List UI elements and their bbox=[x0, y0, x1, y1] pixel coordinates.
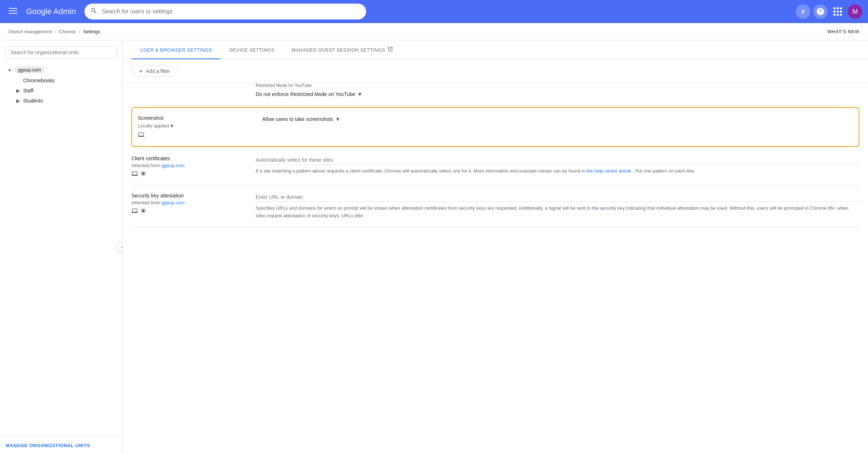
sidebar: ▾ ggsup.com Chromebooks ▶ Staff ▶ Studen… bbox=[0, 40, 123, 454]
laptop-icon bbox=[131, 170, 138, 178]
setting-restricted-right: Restricted Mode for YouTube Do not enfor… bbox=[256, 83, 859, 98]
screenshot-value-dropdown[interactable]: Allow users to take screenshots ▾ bbox=[262, 115, 853, 123]
setting-client-cert-left: Client certificates Inherited from ggsup… bbox=[131, 156, 247, 178]
sidebar-item-chromebooks[interactable]: Chromebooks bbox=[0, 75, 122, 86]
help-center-link[interactable]: the help center article bbox=[586, 168, 631, 174]
setting-row-client-certificates: Client certificates Inherited from ggsup… bbox=[131, 148, 859, 185]
client-cert-name: Client certificates bbox=[131, 156, 247, 161]
client-cert-description: If a site matching a pattern above reque… bbox=[256, 167, 859, 175]
security-key-domain-link[interactable]: ggsup.com bbox=[162, 200, 185, 205]
svg-rect-2 bbox=[9, 13, 17, 14]
security-key-name: Security key attestation bbox=[131, 193, 247, 198]
chevron-right-icon-students: ▶ bbox=[14, 98, 22, 104]
breadcrumb-sep-2: › bbox=[79, 29, 80, 34]
restricted-mode-dropdown[interactable]: Do not enforce Restricted Mode on YouTub… bbox=[256, 90, 859, 98]
security-key-description: Specifies URLs and domains for which no … bbox=[256, 205, 859, 220]
filter-bar: Add a filter bbox=[123, 60, 868, 83]
laptop-icon bbox=[131, 208, 138, 215]
sidebar-item-label: Staff bbox=[23, 88, 34, 93]
chevron-down-icon: ▾ bbox=[358, 90, 361, 98]
screenshot-status-text: Locally applied bbox=[138, 123, 169, 128]
search-input[interactable] bbox=[102, 8, 360, 15]
header-actions: 8 M bbox=[796, 4, 862, 19]
tab-device-settings[interactable]: DEVICE SETTINGS bbox=[221, 40, 283, 59]
svg-rect-0 bbox=[9, 8, 17, 9]
chevron-right-icon-staff: ▶ bbox=[14, 88, 22, 93]
chevron-down-icon: ▾ bbox=[170, 122, 173, 129]
screenshot-setting-name: Screenshot bbox=[138, 115, 253, 121]
sidebar-item-students[interactable]: ▶ Students bbox=[0, 96, 122, 106]
laptop-icon bbox=[138, 131, 144, 139]
breadcrumb: Device management › Chrome › Settings WH… bbox=[0, 23, 868, 40]
notification-count-btn[interactable]: 8 bbox=[796, 4, 810, 19]
sidebar-search-container bbox=[0, 40, 122, 61]
app-logo: Google Admin bbox=[26, 7, 76, 16]
security-key-icons bbox=[131, 208, 247, 215]
chrome-icon bbox=[140, 208, 147, 215]
menu-icon[interactable] bbox=[6, 4, 20, 20]
setting-row-security-key: Security key attestation Inherited from … bbox=[131, 185, 859, 227]
setting-client-cert-right: If a site matching a pattern above reque… bbox=[256, 156, 859, 178]
sidebar-search-input[interactable] bbox=[6, 46, 117, 58]
setting-screenshot-right: Allow users to take screenshots ▾ bbox=[262, 115, 853, 139]
tabs-bar: USER & BROWSER SETTINGS DEVICE SETTINGS … bbox=[123, 40, 868, 60]
security-key-status: Inherited from ggsup.com bbox=[131, 200, 247, 205]
breadcrumb-device-management[interactable]: Device management bbox=[9, 29, 52, 34]
setting-row-restricted-mode: Restricted Mode for YouTube Do not enfor… bbox=[131, 83, 859, 106]
external-link-icon bbox=[387, 46, 393, 53]
setting-security-key-right: Specifies URLs and domains for which no … bbox=[256, 193, 859, 220]
tab-user-browser-settings[interactable]: USER & BROWSER SETTINGS bbox=[131, 40, 221, 59]
main-layout: ▾ ggsup.com Chromebooks ▶ Staff ▶ Studen… bbox=[0, 40, 868, 454]
user-avatar[interactable]: M bbox=[848, 4, 862, 19]
global-search-box[interactable] bbox=[84, 4, 366, 19]
header: Google Admin 8 M bbox=[0, 0, 868, 23]
chevron-down-icon: ▾ bbox=[336, 115, 339, 123]
restricted-mode-label: Restricted Mode for YouTube bbox=[256, 83, 859, 88]
setting-row-screenshot: Screenshot Locally applied ▾ Allow users… bbox=[131, 107, 859, 147]
screenshot-status[interactable]: Locally applied ▾ bbox=[138, 122, 253, 129]
setting-restricted-left bbox=[131, 83, 247, 98]
settings-list: Restricted Mode for YouTube Do not enfor… bbox=[123, 83, 868, 227]
apps-icon[interactable] bbox=[830, 4, 845, 19]
sidebar-item-staff[interactable]: ▶ Staff bbox=[0, 86, 122, 96]
client-cert-icons bbox=[131, 170, 247, 178]
chrome-icon bbox=[140, 170, 147, 178]
add-filter-btn[interactable]: Add a filter bbox=[131, 65, 177, 77]
screenshot-icons bbox=[138, 131, 253, 139]
sidebar-item-root[interactable]: ▾ ggsup.com bbox=[0, 64, 122, 75]
root-domain-chip: ggsup.com bbox=[14, 66, 45, 73]
chevron-down-icon: ▾ bbox=[6, 67, 13, 73]
breadcrumb-current: Settings bbox=[83, 29, 100, 34]
content-area: USER & BROWSER SETTINGS DEVICE SETTINGS … bbox=[123, 40, 868, 454]
restricted-mode-value: Do not enforce Restricted Mode on YouTub… bbox=[256, 91, 355, 97]
security-key-input[interactable] bbox=[256, 193, 859, 202]
svg-rect-1 bbox=[9, 10, 17, 11]
setting-screenshot-left: Screenshot Locally applied ▾ bbox=[138, 115, 253, 139]
sidebar-item-label: Chromebooks bbox=[23, 78, 55, 83]
whats-new-link[interactable]: WHAT'S NEW bbox=[827, 29, 859, 34]
setting-security-key-left: Security key attestation Inherited from … bbox=[131, 193, 247, 220]
client-cert-status: Inherited from ggsup.com bbox=[131, 163, 247, 168]
sidebar-footer: MANAGE ORGANIZATIONAL UNITS bbox=[0, 436, 122, 454]
search-icon bbox=[90, 7, 97, 16]
manage-ou-link[interactable]: MANAGE ORGANIZATIONAL UNITS bbox=[6, 443, 90, 448]
sidebar-item-label: Students bbox=[23, 98, 43, 104]
tab-managed-guest-session[interactable]: MANAGED GUEST SESSION SETTINGS bbox=[283, 40, 402, 59]
help-btn[interactable] bbox=[813, 4, 828, 19]
breadcrumb-chrome[interactable]: Chrome bbox=[59, 29, 76, 34]
breadcrumb-sep-1: › bbox=[55, 29, 56, 34]
org-unit-tree: ▾ ggsup.com Chromebooks ▶ Staff ▶ Studen… bbox=[0, 61, 122, 436]
screenshot-value: Allow users to take screenshots bbox=[262, 116, 333, 122]
client-cert-input[interactable] bbox=[256, 156, 859, 165]
client-cert-domain-link[interactable]: ggsup.com bbox=[162, 163, 185, 168]
